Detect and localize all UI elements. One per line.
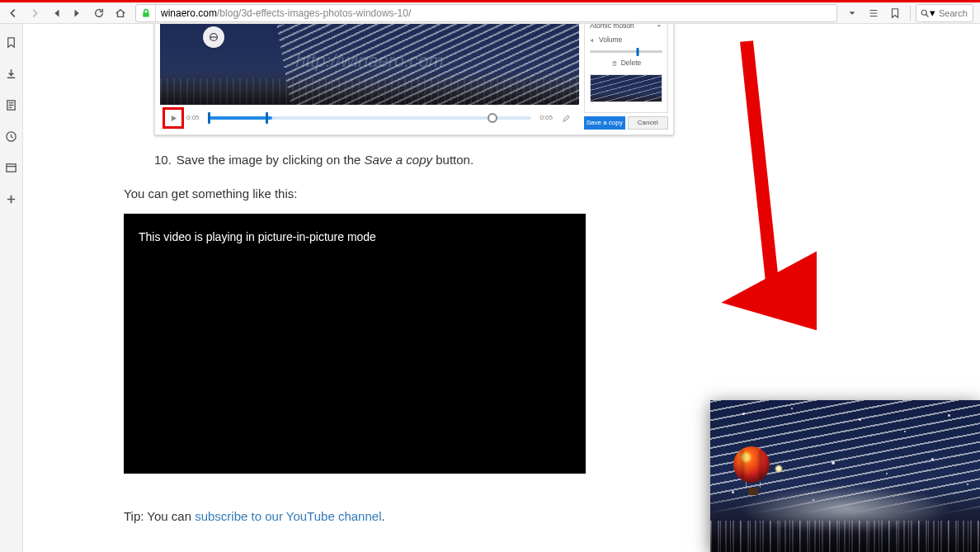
balloon-basket (748, 488, 758, 495)
volume-label: Volume (599, 35, 622, 45)
pip-window[interactable] (710, 400, 980, 552)
trash-icon (611, 60, 618, 67)
sidebar-history-icon[interactable] (3, 128, 20, 144)
url-domain: winaero.com (161, 7, 217, 19)
step-number: 10. (154, 150, 172, 169)
sidebar-panel (0, 24, 23, 552)
app-preview-pane: http://winaero.com 0:05 (160, 24, 579, 130)
effect-name: Atomic motion (590, 24, 634, 31)
effect-selector[interactable]: Atomic motion (590, 24, 662, 31)
chevron-down-icon (656, 24, 662, 30)
dropdown-icon[interactable] (842, 4, 862, 22)
lock-icon (136, 5, 156, 21)
svg-line-5 (747, 41, 774, 297)
home-button[interactable] (111, 4, 130, 22)
edit-icon[interactable] (558, 110, 574, 126)
timeline-track[interactable] (208, 116, 532, 120)
play-button[interactable] (165, 110, 181, 126)
sidebar-downloads-icon[interactable] (3, 65, 20, 82)
app-side-panel: Atomic motion Volume Delete (584, 24, 668, 130)
save-copy-button[interactable]: Save a copy (584, 116, 625, 130)
search-icon (920, 8, 930, 18)
wand-icon[interactable] (864, 4, 883, 22)
effect-handle-icon (203, 26, 224, 48)
time-current: 0:05 (186, 113, 200, 123)
nav-forward-button[interactable] (25, 4, 45, 22)
toolbar-separator (910, 6, 911, 21)
app-timeline-controls: 0:05 0:05 (160, 106, 579, 130)
rewind-button[interactable] (46, 4, 66, 22)
sidebar-window-icon[interactable] (3, 159, 20, 176)
app-image-preview: http://winaero.com (160, 24, 579, 105)
bookmark-icon[interactable] (885, 4, 905, 22)
search-input[interactable] (939, 8, 969, 18)
timeline-fill (208, 116, 273, 120)
volume-row: Volume (590, 35, 662, 45)
photos-app-screenshot: http://winaero.com 0:05 (154, 24, 674, 135)
browser-search-box[interactable]: ▾ (916, 4, 973, 22)
browser-toolbar: winaero.com/blog/3d-effects-images-photo… (0, 2, 980, 24)
sidebar-notes-icon[interactable] (3, 97, 20, 113)
svg-rect-3 (7, 163, 16, 171)
time-total: 0:05 (539, 113, 553, 123)
pip-message: This video is playing in picture-in-pict… (139, 230, 376, 243)
volume-slider[interactable] (590, 50, 662, 53)
effect-thumbnail (590, 74, 662, 102)
sidebar-bookmarks-icon[interactable] (3, 34, 20, 50)
step-text: Save the image by clicking on the Save a… (177, 150, 474, 169)
tip-paragraph: Tip: You can subscribe to our YouTube ch… (124, 507, 718, 526)
fast-forward-button[interactable] (68, 4, 87, 22)
cancel-button[interactable]: Cancel (628, 116, 669, 130)
sidebar-add-icon[interactable] (3, 191, 20, 207)
balloon-envelope (733, 446, 770, 483)
timeline-playhead[interactable] (488, 113, 497, 123)
window-top-accent (0, 0, 980, 2)
skyline-silhouette (160, 78, 579, 105)
subscribe-link[interactable]: subscribe to our YouTube channel (195, 509, 381, 523)
video-placeholder[interactable]: This video is playing in picture-in-pict… (124, 214, 586, 474)
timeline-trim-end[interactable] (266, 112, 268, 124)
url-path: /blog/3d-effects-images-photos-windows-1… (217, 7, 411, 19)
pip-flare (775, 465, 783, 473)
address-bar[interactable]: winaero.com/blog/3d-effects-images-photo… (135, 4, 837, 22)
volume-icon (590, 37, 596, 44)
pip-balloon (733, 446, 773, 499)
delete-button[interactable]: Delete (590, 58, 662, 68)
article-body: http://winaero.com 0:05 (124, 24, 718, 535)
svg-point-0 (921, 10, 926, 15)
reload-button[interactable] (89, 4, 109, 22)
timeline-trim-start[interactable] (208, 112, 210, 124)
toolbar-right-group: ▾ (842, 4, 977, 22)
effects-panel: Atomic motion Volume Delete (584, 24, 668, 113)
result-intro-text: You can get something like this: (124, 184, 718, 203)
url-text[interactable]: winaero.com/blog/3d-effects-images-photo… (156, 7, 836, 19)
annotation-arrow (718, 33, 817, 330)
nav-back-button[interactable] (3, 4, 23, 22)
step-10: 10. Save the image by clicking on the Sa… (154, 150, 718, 169)
pip-skyline (710, 521, 980, 552)
delete-label: Delete (621, 58, 642, 68)
save-cancel-row: Save a copy Cancel (584, 116, 668, 130)
